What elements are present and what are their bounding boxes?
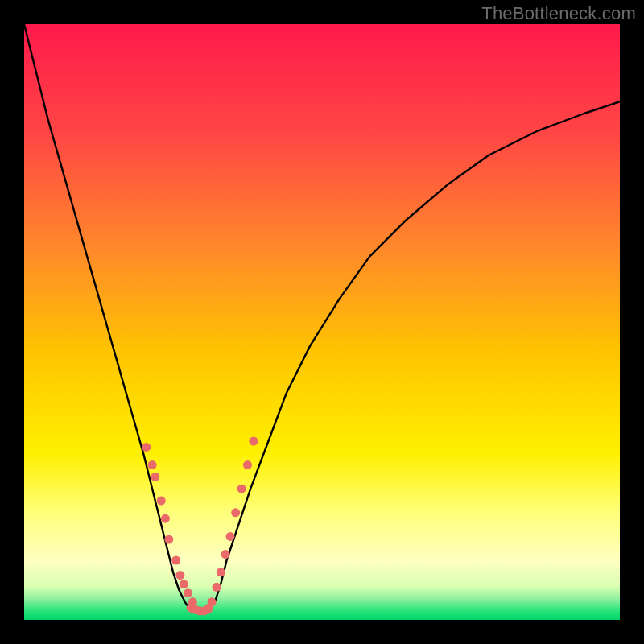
dot-right-dots (217, 568, 225, 576)
dot-left-dots (161, 514, 170, 523)
dot-floor-dots (204, 604, 213, 613)
dot-right-dots (231, 508, 240, 517)
chart-frame: TheBottleneck.com (0, 0, 644, 644)
dot-right-dots (213, 583, 221, 592)
watermark-text: TheBottleneck.com (481, 3, 636, 24)
dot-left-dots (142, 443, 151, 452)
plot-area (24, 24, 620, 620)
dot-left-dots (164, 535, 173, 544)
dot-left-dots (151, 473, 159, 481)
dot-right-dots (243, 460, 252, 469)
dot-right-dots (237, 485, 246, 493)
dot-left-dots (184, 588, 192, 597)
dot-left-dots (175, 571, 184, 580)
dot-left-dots (171, 556, 180, 565)
dot-left-dots (148, 460, 157, 469)
chart-svg (24, 24, 620, 620)
dot-right-dots (226, 532, 235, 541)
curve-right-branch (208, 101, 620, 611)
dot-right-dots (221, 550, 230, 559)
dot-right-dots (249, 437, 258, 446)
dot-left-dots (180, 580, 188, 588)
dot-left-dots (157, 497, 166, 506)
